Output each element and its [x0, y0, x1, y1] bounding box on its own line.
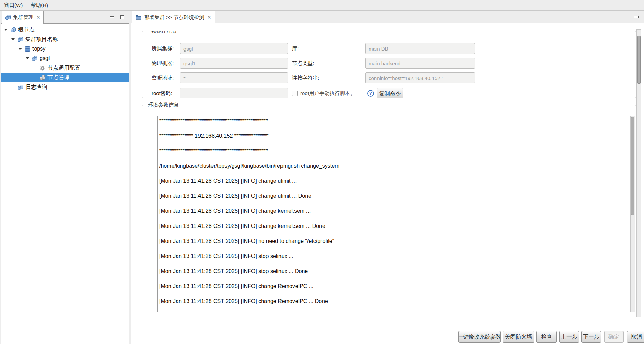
- menu-window-label-pre: 窗口(: [4, 2, 16, 9]
- expander-arrow-icon[interactable]: [26, 57, 29, 59]
- panel-vertical-scrollbar[interactable]: [636, 29, 641, 317]
- tab-node-environment-check[interactable]: 部署集群 >> 节点环境检测 ✕: [132, 11, 215, 24]
- editor-tabbar: 部署集群 >> 节点环境检测 ✕: [131, 11, 644, 23]
- gear-icon: [40, 65, 45, 71]
- env-log-content: ****************************************…: [158, 116, 635, 309]
- tab-cluster-management[interactable]: 集群管理 ✕: [2, 11, 44, 24]
- log-line: ****************************************…: [159, 116, 627, 128]
- form-row: root密码: root用户手动执行脚本。 ? 复制命令: [142, 88, 636, 98]
- connstr-label: 连接字符串:: [292, 72, 319, 83]
- tree-item-label: topsy: [32, 46, 45, 52]
- tree-item-label: 根节点: [18, 26, 35, 33]
- env-info-legend: 环境参数信息: [147, 102, 180, 108]
- cluster-panel-header: 集群管理 ✕: [1, 11, 129, 23]
- sidebar-item-cluster-project[interactable]: 集群项目名称: [1, 35, 129, 44]
- scrollbar-thumb[interactable]: [631, 117, 634, 215]
- tree-item-label: 集群项目名称: [25, 36, 58, 43]
- root-password-label: root密码:: [152, 88, 172, 98]
- deploy-cluster-panel: 部署集群 >> 节点环境检测 ✕ 数据库配置 所属集群: 库: 物理机器: 节点…: [131, 11, 644, 344]
- sidebar-item-gsgl[interactable]: gsgl: [1, 54, 129, 63]
- tree-item-label: 日志查询: [26, 84, 47, 91]
- app-window: { "menubar": { "window": {"pre": "窗口(", …: [0, 0, 644, 344]
- machine-label: 物理机器:: [152, 58, 174, 69]
- database-icon: [32, 56, 38, 61]
- db-config-group: 数据库配置 所属集群: 库: 物理机器: 节点类型: 监听地址: 连接字符串:: [142, 31, 636, 98]
- expander-arrow-icon[interactable]: [11, 38, 15, 40]
- expander-arrow-icon[interactable]: [4, 29, 8, 31]
- cluster-stack-icon: [25, 46, 30, 52]
- menu-help-label-pre: 帮助(: [31, 2, 43, 9]
- menu-window-mnemonic: W: [16, 2, 21, 8]
- database-icon: [18, 84, 24, 90]
- sidebar-item-root-node[interactable]: 根节点: [1, 25, 129, 35]
- log-line: [Mon Jan 13 11:41:28 CST 2025] [INFO] ch…: [159, 174, 627, 189]
- cluster-input[interactable]: [180, 43, 288, 54]
- help-icon[interactable]: ?: [367, 90, 374, 97]
- sidebar-item-node-common-config[interactable]: 节点通用配置: [1, 63, 129, 73]
- sidebar-item-log-query[interactable]: 日志查询: [1, 82, 129, 92]
- database-icon: [10, 27, 16, 33]
- close-icon[interactable]: ✕: [207, 15, 211, 20]
- minimize-icon[interactable]: [634, 16, 639, 18]
- tab-node-environment-check-label: 部署集群 >> 节点环境检测: [144, 14, 204, 21]
- next-step-button[interactable]: 下一步: [581, 331, 601, 343]
- connstr-input[interactable]: [365, 72, 475, 83]
- menu-window[interactable]: 窗口(W): [0, 0, 27, 10]
- sidebar-item-topsy[interactable]: topsy: [1, 44, 129, 54]
- db-input[interactable]: [365, 43, 475, 54]
- scrollbar-thumb[interactable]: [637, 36, 641, 84]
- footer-button-bar: 一键修改系统参数 关闭防火墙 检查 上一步 下一步 确定 取消: [131, 331, 644, 343]
- cluster-management-panel: 集群管理 ✕ 根节点 集群项目名称 topsy gsgl: [1, 11, 129, 344]
- close-firewall-button[interactable]: 关闭防火墙: [503, 331, 534, 343]
- modify-system-params-button[interactable]: 一键修改系统参数: [458, 331, 501, 343]
- maximize-icon[interactable]: [120, 15, 124, 19]
- menu-help-mnemonic: H: [43, 2, 46, 8]
- node-type-input[interactable]: [365, 58, 475, 69]
- database-icon: [5, 15, 11, 20]
- form-row: 物理机器: 节点类型:: [142, 58, 636, 69]
- root-password-input[interactable]: [180, 88, 288, 98]
- log-line: [Mon Jan 13 11:41:28 CST 2025] [INFO] ch…: [159, 219, 627, 234]
- check-button[interactable]: 检查: [536, 331, 557, 343]
- database-icon: [17, 37, 23, 42]
- close-icon[interactable]: ✕: [36, 15, 40, 20]
- menubar: 窗口(W) 帮助(H): [0, 0, 644, 11]
- cancel-button[interactable]: 取消: [627, 331, 644, 343]
- log-line: [Mon Jan 13 11:41:28 CST 2025] [INFO] ch…: [159, 294, 627, 309]
- menu-help-label-post: ): [46, 2, 48, 8]
- log-vertical-scrollbar[interactable]: [630, 116, 635, 312]
- folder-icon: [136, 15, 142, 20]
- menu-window-label-post: ): [21, 2, 23, 8]
- log-line: [Mon Jan 13 11:41:28 CST 2025] [INFO] ch…: [159, 204, 627, 219]
- sidebar-item-node-management[interactable]: 节点管理: [1, 73, 129, 82]
- machine-input[interactable]: [180, 58, 288, 69]
- database-icon: [40, 75, 45, 81]
- log-line: [Mon Jan 13 11:41:28 CST 2025] [INFO] st…: [159, 264, 627, 279]
- env-log-textarea[interactable]: ****************************************…: [157, 116, 635, 312]
- expander-arrow-icon[interactable]: [18, 48, 22, 50]
- log-line: [Mon Jan 13 11:41:28 CST 2025] [INFO] ch…: [159, 189, 627, 204]
- main-content: 数据库配置 所属集群: 库: 物理机器: 节点类型: 监听地址: 连接字符串:: [131, 24, 644, 344]
- confirm-button: 确定: [604, 331, 624, 343]
- db-config-legend: 数据库配置: [150, 31, 178, 35]
- log-line: [Mon Jan 13 11:41:28 CST 2025] [INFO] ch…: [159, 279, 627, 294]
- prev-step-button[interactable]: 上一步: [559, 331, 579, 343]
- env-info-group: 环境参数信息 *********************************…: [142, 105, 636, 317]
- node-type-label: 节点类型:: [292, 58, 314, 69]
- log-line: **************** 192.168.40.152 ********…: [159, 128, 627, 143]
- log-line: [Mon Jan 13 11:41:28 CST 2025] [INFO] st…: [159, 249, 627, 264]
- copy-command-button[interactable]: 复制命令: [377, 88, 403, 98]
- tree-item-label: gsgl: [40, 55, 50, 61]
- db-label: 库:: [292, 43, 299, 54]
- log-line: [Mon Jan 13 11:41:28 CST 2025] [INFO] no…: [159, 234, 627, 249]
- listen-address-input[interactable]: [180, 72, 288, 83]
- root-manual-script-checkbox[interactable]: [292, 91, 298, 96]
- form-row: 所属集群: 库:: [142, 43, 636, 55]
- minimize-icon[interactable]: [110, 16, 114, 18]
- listen-address-label: 监听地址:: [152, 72, 174, 83]
- menu-help[interactable]: 帮助(H): [27, 0, 52, 10]
- log-line: ****************************************…: [159, 143, 627, 159]
- tree-item-label: 节点通用配置: [47, 65, 80, 72]
- cluster-label: 所属集群:: [152, 43, 174, 54]
- cluster-tree: 根节点 集群项目名称 topsy gsgl 节点通用配置 节点管理 日志查询: [1, 23, 129, 344]
